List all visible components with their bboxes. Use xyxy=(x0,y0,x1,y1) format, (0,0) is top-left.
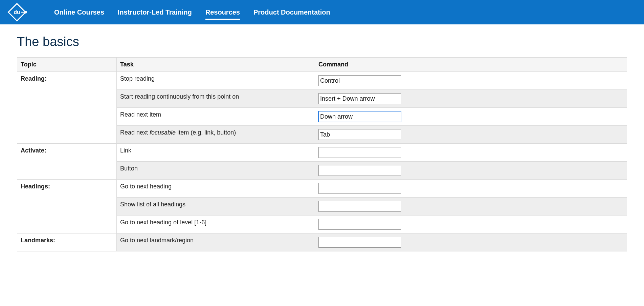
svg-text:du: du xyxy=(14,9,20,15)
topic-cell: Landmarks: xyxy=(17,233,117,251)
logo[interactable]: du xyxy=(7,2,27,22)
nav-link-online-courses[interactable]: Online Courses xyxy=(54,1,104,24)
command-cell xyxy=(315,216,627,233)
th-topic: Topic xyxy=(17,58,117,72)
command-input[interactable] xyxy=(318,75,401,86)
nav-link-instructor-led-training[interactable]: Instructor-Led Training xyxy=(118,1,192,24)
page-title: The basics xyxy=(17,35,627,49)
command-cell xyxy=(315,108,627,126)
basics-table: Topic Task Command Reading:Stop readingS… xyxy=(17,57,627,251)
navbar: du Online CoursesInstructor-Led Training… xyxy=(0,0,644,24)
task-cell: Go to next landmark/region xyxy=(117,233,315,251)
command-cell xyxy=(315,126,627,144)
table-row: Reading:Stop reading xyxy=(17,72,627,90)
table-row: Landmarks:Go to next landmark/region xyxy=(17,233,627,251)
topic-cell: Activate: xyxy=(17,144,117,180)
topic-cell: Headings: xyxy=(17,180,117,233)
nav-link-product-documentation[interactable]: Product Documentation xyxy=(253,1,330,24)
table-header-row: Topic Task Command xyxy=(17,58,627,72)
task-cell: Button xyxy=(117,162,315,180)
th-task: Task xyxy=(117,58,315,72)
command-cell xyxy=(315,162,627,180)
task-cell: Link xyxy=(117,144,315,162)
nav-links: Online CoursesInstructor-Led TrainingRes… xyxy=(54,1,330,24)
command-input[interactable] xyxy=(318,93,401,104)
command-input[interactable] xyxy=(318,165,401,176)
command-cell xyxy=(315,144,627,162)
command-input[interactable] xyxy=(318,201,401,212)
table-row: Headings:Go to next heading xyxy=(17,180,627,198)
th-command: Command xyxy=(315,58,627,72)
task-cell: Show list of all headings xyxy=(117,198,315,216)
nav-link-resources[interactable]: Resources xyxy=(205,1,240,24)
command-input[interactable] xyxy=(318,183,401,194)
command-input[interactable] xyxy=(318,129,401,140)
command-cell xyxy=(315,233,627,251)
task-cell: Go to next heading xyxy=(117,180,315,198)
table-row: Activate:Link xyxy=(17,144,627,162)
task-cell: Read next focusable item (e.g. link, but… xyxy=(117,126,315,144)
command-cell xyxy=(315,90,627,108)
command-cell xyxy=(315,180,627,198)
du-logo-icon: du xyxy=(7,2,27,22)
command-input[interactable] xyxy=(318,219,401,230)
task-cell: Read next item xyxy=(117,108,315,126)
content: The basics Topic Task Command Reading:St… xyxy=(0,24,644,262)
command-cell xyxy=(315,198,627,216)
task-cell: Stop reading xyxy=(117,72,315,90)
task-cell: Start reading continuously from this poi… xyxy=(117,90,315,108)
task-cell: Go to next heading of level [1-6] xyxy=(117,216,315,233)
command-input[interactable] xyxy=(318,237,401,248)
command-cell xyxy=(315,72,627,90)
topic-cell: Reading: xyxy=(17,72,117,144)
command-input[interactable] xyxy=(318,111,401,122)
command-input[interactable] xyxy=(318,147,401,158)
